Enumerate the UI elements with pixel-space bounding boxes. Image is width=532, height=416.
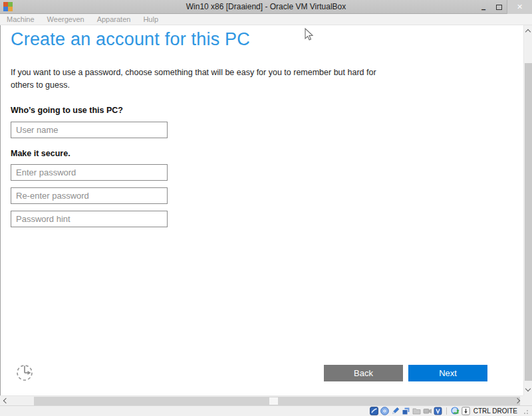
- scroll-down-icon[interactable]: [525, 386, 531, 391]
- network-icon[interactable]: [391, 407, 400, 415]
- scrollbar-corner: [523, 395, 532, 405]
- statusbar-separator: [446, 407, 447, 415]
- menu-hulp[interactable]: Hulp: [143, 15, 158, 23]
- host-key-label: CTRL DROITE: [473, 407, 517, 415]
- ease-of-access-icon[interactable]: [15, 363, 35, 385]
- secure-label: Make it secure.: [11, 149, 70, 158]
- menu-apparaten[interactable]: Apparaten: [97, 15, 131, 23]
- hard-disk-icon[interactable]: [370, 407, 378, 415]
- mouse-integration-icon[interactable]: [451, 407, 460, 415]
- window-controls: – ✕: [476, 0, 532, 14]
- horizontal-scrollbar-thumb[interactable]: [34, 397, 520, 405]
- virtualbox-window: Win10 x86 [Draaiend] - Oracle VM Virtual…: [0, 0, 532, 416]
- menu-weergeven[interactable]: Weergeven: [47, 15, 84, 23]
- intro-text: If you want to use a password, choose so…: [11, 66, 384, 92]
- re-enter-password-field[interactable]: [11, 187, 168, 204]
- scroll-up-icon[interactable]: [525, 29, 531, 35]
- vertical-scrollbar-thumb[interactable]: [525, 63, 532, 381]
- title-bar[interactable]: Win10 x86 [Draaiend] - Oracle VM Virtual…: [0, 0, 532, 14]
- maximize-button[interactable]: [491, 0, 507, 14]
- password-hint-field[interactable]: [11, 211, 168, 227]
- user-name-field[interactable]: [11, 122, 168, 138]
- page-title: Create an account for this PC: [11, 29, 250, 50]
- menu-bar: Machine Weergeven Apparaten Hulp: [0, 14, 532, 25]
- menu-machine[interactable]: Machine: [7, 15, 35, 23]
- features-icon[interactable]: [434, 407, 442, 415]
- status-bar: CTRL DROITE: [0, 405, 532, 416]
- maximize-icon: [496, 5, 502, 10]
- scroll-left-icon[interactable]: [3, 398, 9, 403]
- close-button[interactable]: ✕: [507, 0, 532, 14]
- vertical-scrollbar[interactable]: [523, 25, 532, 395]
- minimize-button[interactable]: –: [476, 0, 491, 14]
- scrollbar-notch: [269, 397, 278, 405]
- shared-folders-icon[interactable]: [412, 407, 421, 415]
- resize-grip[interactable]: [522, 408, 529, 415]
- window-title: Win10 x86 [Draaiend] - Oracle VM Virtual…: [0, 0, 532, 14]
- back-button[interactable]: Back: [324, 365, 403, 381]
- host-key-icon[interactable]: [462, 407, 470, 415]
- mouse-cursor-icon: [304, 28, 315, 45]
- display-icon[interactable]: [402, 407, 410, 415]
- video-capture-icon[interactable]: [423, 407, 432, 415]
- next-button[interactable]: Next: [408, 365, 487, 381]
- vm-display: Create an account for this PC If you wan…: [1, 25, 523, 395]
- optical-disc-icon[interactable]: [380, 407, 389, 415]
- horizontal-scrollbar[interactable]: [0, 395, 523, 405]
- enter-password-field[interactable]: [11, 164, 168, 181]
- who-label: Who’s going to use this PC?: [11, 106, 123, 115]
